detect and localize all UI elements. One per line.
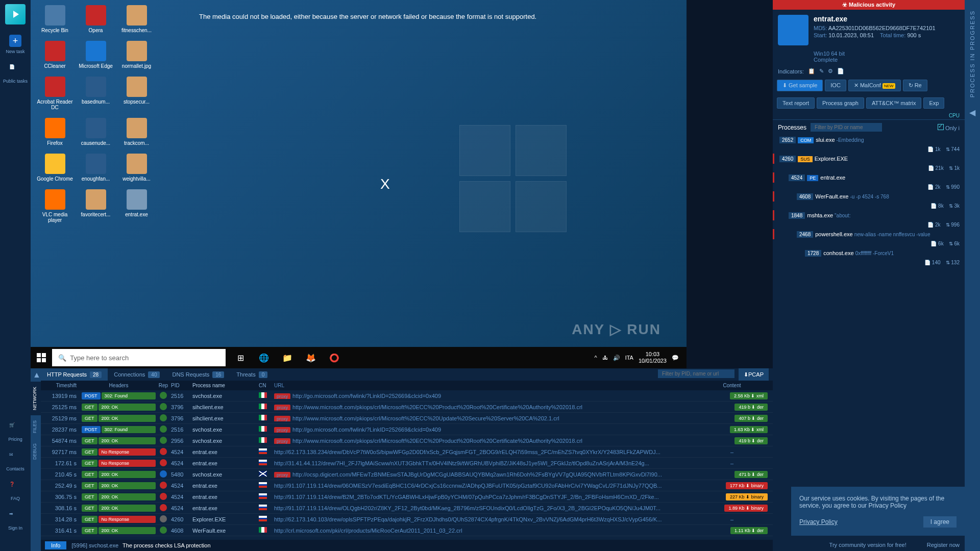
col-headers[interactable]: Headers bbox=[109, 383, 129, 388]
malconf-button[interactable]: ✕ MalConfNEW bbox=[848, 80, 901, 91]
http-request-row[interactable]: 252.49 s GET 200: OK 4524 entrat.exe htt… bbox=[41, 480, 773, 491]
http-request-row[interactable]: 306.75 s GET 200: OK 4524 entrat.exe htt… bbox=[41, 491, 773, 503]
tray-volume-icon[interactable]: 🔊 bbox=[613, 355, 620, 361]
network-filter-input[interactable] bbox=[658, 369, 734, 378]
process-node[interactable]: 2652COMslui.exe -Embedding bbox=[773, 135, 965, 145]
get-sample-button[interactable]: ⬇ Get sample bbox=[777, 80, 823, 91]
indicator-icon[interactable]: 📄 bbox=[837, 68, 844, 74]
desktop-icon[interactable]: Google Chrome bbox=[36, 154, 74, 182]
text-report-button[interactable]: Text report bbox=[777, 97, 815, 109]
opera-icon[interactable]: ⭕ bbox=[325, 348, 344, 367]
collapse-arrow-icon[interactable]: ◀ bbox=[969, 108, 975, 117]
col-rep[interactable]: Rep bbox=[156, 383, 171, 388]
debug-side-tab[interactable]: DEBUG bbox=[31, 438, 41, 465]
tray-clock[interactable]: 10:03 10/01/2023 bbox=[639, 351, 667, 364]
process-filter-input[interactable] bbox=[811, 123, 882, 132]
process-node[interactable]: 4524PEentrat.exe bbox=[773, 172, 965, 183]
desktop-icon[interactable]: basednum... bbox=[77, 77, 115, 110]
desktop-icon[interactable]: CCleaner bbox=[36, 41, 74, 69]
col-process[interactable]: Process name bbox=[192, 383, 259, 388]
firefox-icon[interactable]: 🦊 bbox=[301, 348, 321, 367]
tray-notifications-icon[interactable]: 💬 bbox=[672, 355, 679, 361]
indicator-icon[interactable]: ⚙ bbox=[828, 68, 833, 74]
http-request-row[interactable]: 25129 ms GET 200: OK 3796 sihclient.exe … bbox=[41, 413, 773, 424]
public-tasks-button[interactable]: 📄 Public tasks bbox=[3, 64, 28, 84]
desktop-icon[interactable]: enoughfan... bbox=[77, 154, 115, 182]
register-link[interactable]: Register now bbox=[927, 542, 960, 548]
http-requests-tab[interactable]: HTTP Requests28 bbox=[41, 368, 108, 381]
threats-tab[interactable]: Threats0 bbox=[230, 368, 274, 381]
network-side-tab[interactable]: NETWORK bbox=[31, 382, 41, 415]
tray-network-icon[interactable]: 🖧 bbox=[602, 355, 608, 361]
edge-icon[interactable]: 🌐 bbox=[254, 348, 274, 367]
desktop-icon[interactable]: Recycle Bin bbox=[36, 5, 74, 33]
try-community-link[interactable]: Try community version for free! bbox=[829, 542, 906, 548]
process-node[interactable]: 1848mshta.exe "about:Wjcj='ws</span> bbox=[773, 210, 965, 220]
http-request-row[interactable]: 172.61 s GET No Response 4524 entrat.exe… bbox=[41, 458, 773, 469]
desktop-icon[interactable]: Acrobat Reader DC bbox=[36, 77, 74, 110]
desktop-icon[interactable]: weightvilla... bbox=[117, 154, 156, 182]
ioc-button[interactable]: IOC bbox=[825, 80, 846, 91]
contacts-button[interactable]: ✉ Contacts bbox=[6, 452, 24, 471]
restart-button[interactable]: ↻ Re bbox=[903, 80, 927, 91]
process-graph-button[interactable]: Process graph bbox=[817, 97, 864, 109]
http-request-row[interactable]: 25125 ms GET 200: OK 3796 sihclient.exe … bbox=[41, 402, 773, 413]
collapse-up-icon[interactable]: ▲ bbox=[31, 368, 41, 382]
faq-button[interactable]: ❓ FAQ bbox=[9, 482, 21, 501]
desktop-icon[interactable]: causenude... bbox=[77, 118, 115, 146]
http-request-row[interactable]: 308.16 s GET 200: OK 4524 entrat.exe htt… bbox=[41, 503, 773, 514]
desktop-icon[interactable]: normallet.jpg bbox=[117, 41, 156, 69]
col-content[interactable]: Content bbox=[723, 383, 741, 388]
sign-in-button[interactable]: ➡ Sign In bbox=[8, 511, 22, 531]
http-request-row[interactable]: 314.28 s GET No Response 4260 Explorer.E… bbox=[41, 514, 773, 525]
col-country[interactable]: CN bbox=[259, 383, 274, 388]
close-overlay-button[interactable]: X bbox=[380, 176, 390, 192]
new-task-button[interactable]: + New task bbox=[6, 35, 24, 54]
indicator-icon[interactable]: ✎ bbox=[819, 68, 824, 74]
info-button[interactable]: Info bbox=[45, 541, 66, 549]
pricing-button[interactable]: 🛒 Pricing bbox=[8, 422, 22, 442]
pcap-download-button[interactable]: ⬇ PCAP bbox=[739, 368, 769, 381]
http-request-row[interactable]: 210.45 s GET 200: OK 5480 svchost.exe pr… bbox=[41, 469, 773, 480]
desktop-icon[interactable]: stopsecur... bbox=[117, 77, 156, 110]
desktop-icon[interactable]: favoritecert... bbox=[77, 189, 115, 223]
indicator-icon[interactable]: 📋 bbox=[808, 68, 815, 74]
tray-language[interactable]: ITA bbox=[625, 355, 633, 361]
col-pid[interactable]: PID bbox=[171, 383, 192, 388]
task-view-icon[interactable]: ⊞ bbox=[231, 348, 250, 367]
desktop-icon[interactable]: trackcom... bbox=[117, 118, 156, 146]
only-important-toggle[interactable]: Only i bbox=[938, 124, 960, 131]
start-button[interactable] bbox=[31, 347, 52, 368]
http-request-row[interactable]: 28237 ms POST 302: Found 2516 svchost.ex… bbox=[41, 424, 773, 435]
cell-url: http://31.41.44.112/drew/7HI_2FJ7lgMAiSc… bbox=[274, 460, 696, 466]
tray-chevron-icon[interactable]: ^ bbox=[594, 355, 597, 361]
process-node[interactable]: 2468powershell.exe new-alias -name nnffe… bbox=[773, 229, 965, 239]
cookie-agree-button[interactable]: I agree bbox=[923, 516, 957, 528]
app-logo[interactable] bbox=[5, 4, 26, 24]
process-node[interactable]: 1728conhost.exe 0xffffffff -ForceV1 bbox=[773, 248, 965, 258]
dns-requests-tab[interactable]: DNS Requests16 bbox=[166, 368, 230, 381]
desktop-icon[interactable]: Firefox bbox=[36, 118, 74, 146]
taskbar-search[interactable]: 🔍 Type here to search bbox=[52, 349, 226, 366]
export-button[interactable]: Exp bbox=[923, 97, 944, 109]
col-url[interactable]: URL bbox=[274, 383, 696, 388]
file-icon bbox=[86, 154, 106, 174]
process-node[interactable]: 4260SUSExplorer.EXE bbox=[773, 154, 965, 164]
desktop-icon[interactable]: Opera bbox=[77, 5, 115, 33]
explorer-icon[interactable]: 📁 bbox=[278, 348, 297, 367]
action-buttons-row: ⬇ Get sample IOC ✕ MalConfNEW ↻ Re bbox=[773, 77, 965, 94]
attack-matrix-button[interactable]: ATT&CK™ matrix bbox=[866, 97, 922, 109]
privacy-policy-link[interactable]: Privacy Policy bbox=[799, 518, 838, 525]
http-request-row[interactable]: 54874 ms GET 200: OK 2956 svchost.exe pr… bbox=[41, 435, 773, 446]
http-request-row[interactable]: 316.41 s GET 200: OK 4608 WerFault.exe h… bbox=[41, 525, 773, 536]
desktop-icon[interactable]: entrat.exe bbox=[117, 189, 156, 223]
connections-tab[interactable]: Connections40 bbox=[108, 368, 166, 381]
desktop-icon[interactable]: VLC media player bbox=[36, 189, 74, 223]
files-side-tab[interactable]: FILES bbox=[31, 415, 41, 438]
http-request-row[interactable]: 92717 ms GET No Response 4524 entrat.exe… bbox=[41, 446, 773, 458]
desktop-icon[interactable]: Microsoft Edge bbox=[77, 41, 115, 69]
process-node[interactable]: 4608WerFault.exe -u -p 4524 -s 768 bbox=[773, 191, 965, 202]
col-timeshift[interactable]: Timeshift bbox=[41, 383, 82, 388]
desktop-icon[interactable]: fitnesschen... bbox=[117, 5, 156, 33]
http-request-row[interactable]: 13919 ms POST 302: Found 2516 svchost.ex… bbox=[41, 390, 773, 402]
